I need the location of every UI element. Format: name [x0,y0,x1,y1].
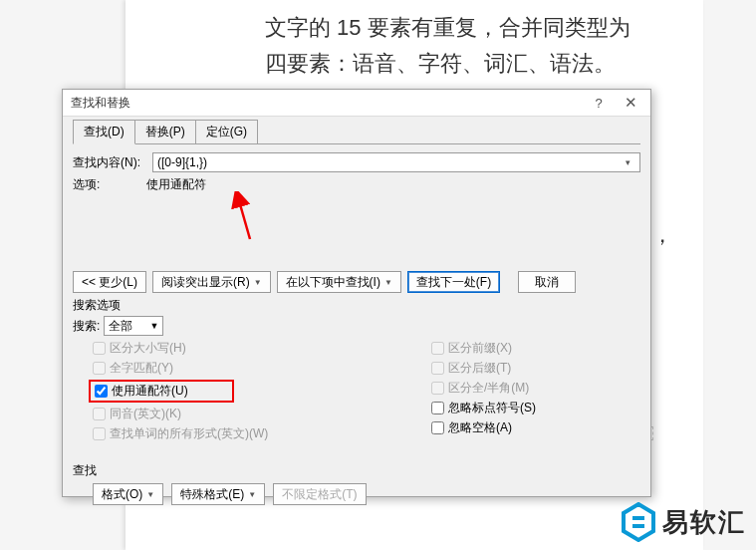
tab-replace[interactable]: 替换(P) [134,120,196,143]
logo-icon [621,502,656,542]
checkbox [93,342,106,355]
tab-goto[interactable]: 定位(G) [195,120,258,143]
options-row: 选项: 使用通配符 [73,176,640,193]
find-next-button[interactable]: 查找下一处(F) [407,271,500,293]
find-replace-dialog: 查找和替换 ? ✕ 查找(D) 替换(P) 定位(G) 查找内容(N): ([0… [62,89,651,497]
options-value: 使用通配符 [146,176,206,193]
search-options-group: 搜索选项 搜索: 全部 ▼ 区分大小写(H) 全字匹配 [73,297,640,442]
checkbox [431,342,444,355]
checkbox[interactable] [431,402,444,414]
find-content-label: 查找内容(N): [73,154,146,171]
watermark-logo: 易软汇 [621,502,746,542]
doc-line: 四要素：语音、字符、词汇、语法。 [265,46,663,82]
search-direction-value: 全部 [109,318,132,335]
check-ignore-punct[interactable]: 忽略标点符号(S) [431,400,640,416]
checkbox [93,362,106,375]
action-button-row: << 更少(L) 阅读突出显示(R)▼ 在以下项中查找(I)▼ 查找下一处(F)… [73,271,640,293]
find-format-label: 查找 [73,462,640,479]
chevron-down-icon: ▼ [254,278,262,287]
dialog-body: 查找(D) 替换(P) 定位(G) 查找内容(N): ([0-9]{1,}) ▾… [63,117,650,515]
checkbox [431,362,444,375]
close-button[interactable]: ✕ [615,90,646,116]
chevron-down-icon: ▼ [146,490,154,499]
tab-find[interactable]: 查找(D) [73,120,135,144]
reading-highlight-button[interactable]: 阅读突出显示(R)▼ [152,271,271,293]
find-format-section: 查找 格式(O)▼ 特殊格式(E)▼ 不限定格式(T) [73,462,640,505]
svg-rect-2 [632,516,644,520]
doc-line: 文字的 15 要素有重复，合并同类型为 [265,10,663,46]
svg-line-0 [238,197,250,239]
search-direction-label: 搜索: [73,318,100,335]
chevron-down-icon: ▼ [384,278,392,287]
cancel-button[interactable]: 取消 [518,271,576,293]
less-button[interactable]: << 更少(L) [73,271,146,293]
checks-columns: 区分大小写(H) 全字匹配(Y) 使用通配符(U) 同音( [73,340,640,442]
check-match-case: 区分大小写(H) [93,340,431,357]
logo-text: 易软汇 [662,505,746,540]
checks-left-col: 区分大小写(H) 全字匹配(Y) 使用通配符(U) 同音( [73,340,431,442]
checkbox [431,382,444,395]
find-in-button[interactable]: 在以下项中查找(I)▼ [277,271,401,293]
options-label: 选项: [73,176,146,193]
check-use-wildcards[interactable]: 使用通配符(U) [91,383,188,400]
svg-rect-3 [632,524,644,528]
chevron-down-icon: ▼ [248,490,256,499]
find-content-value: ([0-9]{1,}) [157,155,620,169]
tab-row: 查找(D) 替换(P) 定位(G) [73,121,640,144]
search-direction-combo[interactable]: 全部 ▼ [104,316,163,336]
check-all-word-forms: 查找单词的所有形式(英文)(W) [93,425,431,442]
checkbox [93,427,106,440]
find-content-input[interactable]: ([0-9]{1,}) ▾ [152,152,640,172]
checkbox[interactable] [95,385,108,398]
check-whole-word: 全字匹配(Y) [93,360,431,377]
dialog-titlebar[interactable]: 查找和替换 ? ✕ [63,90,650,117]
annotation-arrow-icon [226,191,266,241]
check-full-half-width: 区分全/半角(M) [431,380,640,397]
find-format-row: 格式(O)▼ 特殊格式(E)▼ 不限定格式(T) [73,483,640,505]
checkbox[interactable] [431,421,444,434]
check-match-suffix: 区分后缀(T) [431,360,640,377]
chevron-down-icon: ▼ [149,321,158,331]
dialog-title: 查找和替换 [71,95,583,112]
annotation-highlight-box: 使用通配符(U) [89,380,234,403]
check-match-prefix: 区分前缀(X) [431,340,640,357]
search-options-label: 搜索选项 [73,297,640,314]
search-direction-row: 搜索: 全部 ▼ [73,316,640,336]
svg-marker-1 [624,504,653,540]
check-sounds-like: 同音(英文)(K) [93,406,431,422]
format-button[interactable]: 格式(O)▼ [93,483,163,505]
checks-right-col: 区分前缀(X) 区分后缀(T) 区分全/半角(M) 忽略标点符号(S) [431,340,640,442]
special-format-button[interactable]: 特殊格式(E)▼ [171,483,265,505]
checkbox [93,408,106,420]
chevron-down-icon[interactable]: ▾ [620,157,635,167]
check-ignore-space[interactable]: 忽略空格(A) [431,419,640,436]
find-content-row: 查找内容(N): ([0-9]{1,}) ▾ [73,152,640,172]
no-format-button: 不限定格式(T) [273,483,366,505]
help-button[interactable]: ? [583,90,615,116]
